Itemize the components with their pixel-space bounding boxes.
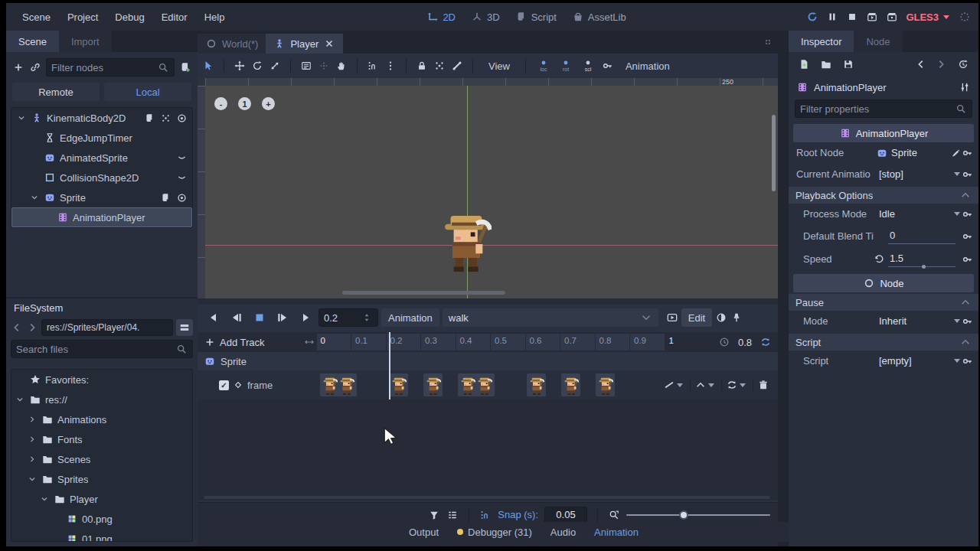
zoom-reset-button[interactable]: 1 bbox=[238, 97, 251, 110]
prop-process-mode[interactable]: Process Mode Idle bbox=[789, 204, 978, 225]
split-mode-button[interactable] bbox=[176, 319, 193, 336]
tree-item-favorites-[interactable]: Favorites: bbox=[11, 370, 192, 390]
animation-length-value[interactable]: 0.8 bbox=[738, 337, 752, 348]
tree-item-edgejumptimer[interactable]: EdgeJumpTimer bbox=[11, 128, 192, 148]
menu-debug[interactable]: Debug bbox=[106, 8, 152, 26]
script-icon[interactable] bbox=[143, 112, 155, 124]
keyframe-0[interactable] bbox=[320, 373, 339, 396]
prop-pause-mode[interactable]: Mode Inherit bbox=[789, 311, 978, 332]
viewport-hscrollbar[interactable] bbox=[342, 291, 505, 295]
zoom-in-button[interactable]: + bbox=[262, 97, 275, 110]
tree-item-collisionshape2d[interactable]: CollisionShape2D bbox=[11, 168, 192, 187]
loop-wrap-dropdown[interactable] bbox=[721, 379, 751, 391]
player-sprite[interactable] bbox=[441, 213, 492, 276]
current-path[interactable]: res://Sprites/Player/04. bbox=[41, 319, 173, 336]
timeline-empty-area[interactable] bbox=[198, 399, 778, 500]
save-resource-button[interactable] bbox=[842, 58, 854, 70]
prop-speed[interactable]: Speed 1.5 bbox=[789, 248, 978, 271]
expander-open-icon[interactable] bbox=[15, 396, 25, 403]
viewport-vscrollbar[interactable] bbox=[772, 115, 776, 191]
keyframe-0.3[interactable] bbox=[423, 373, 443, 396]
speed-field[interactable]: 1.5 bbox=[888, 251, 956, 267]
search-files-input[interactable]: Search files bbox=[11, 340, 193, 358]
pivot-tool-button[interactable] bbox=[318, 60, 330, 72]
track-group-sprite[interactable]: Sprite bbox=[198, 352, 778, 370]
prop-script[interactable]: Script [empty] bbox=[789, 350, 978, 372]
animation-tools-button[interactable]: Animation bbox=[381, 308, 439, 327]
spin-arrows-icon[interactable] bbox=[361, 311, 373, 324]
key-icon[interactable] bbox=[962, 355, 974, 367]
key-icon[interactable] bbox=[962, 168, 974, 181]
dock-menu-icon[interactable] bbox=[178, 302, 190, 314]
group-node-button[interactable] bbox=[433, 60, 446, 72]
load-resource-button[interactable] bbox=[820, 58, 832, 70]
key-icon[interactable] bbox=[962, 315, 974, 328]
move-tool-button[interactable] bbox=[234, 60, 246, 72]
keyframe-0.8[interactable] bbox=[596, 373, 615, 396]
animation-position-spinbox[interactable]: 0.2 bbox=[318, 308, 378, 327]
play-scene-button[interactable] bbox=[866, 11, 878, 23]
timeline-playhead[interactable] bbox=[389, 332, 390, 399]
keyframe-0.4[interactable] bbox=[458, 373, 477, 396]
tree-item-sprites[interactable]: Sprites bbox=[11, 469, 192, 489]
blend-time-field[interactable]: 0 bbox=[888, 228, 956, 244]
play-custom-scene-button[interactable] bbox=[886, 11, 898, 23]
expander-closed-icon[interactable] bbox=[27, 416, 38, 423]
tree-item-01-png[interactable]: 01.png bbox=[11, 529, 192, 542]
attach-script-button[interactable] bbox=[179, 61, 191, 73]
menu-help[interactable]: Help bbox=[196, 8, 234, 26]
onion-skinning-button[interactable] bbox=[715, 311, 727, 324]
snap-value-input[interactable]: 0.05 bbox=[544, 507, 587, 523]
context-3d-button[interactable]: 3D bbox=[465, 8, 506, 26]
delete-track-button[interactable] bbox=[753, 379, 773, 391]
assign-node-button[interactable] bbox=[949, 147, 962, 159]
view-menu[interactable]: View bbox=[482, 60, 516, 72]
bottom-tab-output[interactable]: Output bbox=[401, 527, 446, 538]
tree-item-fonts[interactable]: Fonts bbox=[11, 429, 192, 449]
new-resource-button[interactable] bbox=[798, 58, 810, 70]
insert-key-button[interactable] bbox=[602, 60, 614, 72]
dock-menu-icon[interactable] bbox=[185, 35, 198, 47]
section-pause[interactable]: Pause bbox=[789, 294, 978, 311]
visibility-icon[interactable] bbox=[175, 112, 188, 124]
ruler-tick-0.7[interactable]: 0.7 bbox=[560, 334, 595, 350]
history-forward-button[interactable] bbox=[935, 58, 947, 70]
expander-closed-icon[interactable] bbox=[27, 455, 38, 463]
pause-button[interactable] bbox=[826, 11, 838, 23]
scale-tool-button[interactable] bbox=[269, 60, 281, 72]
tab-inspector[interactable]: Inspector bbox=[789, 31, 854, 52]
distraction-free-button[interactable] bbox=[766, 36, 778, 48]
chevron-down-icon[interactable] bbox=[954, 172, 960, 176]
autoplay-on-load-button[interactable] bbox=[666, 311, 678, 324]
ruler-tick-0.9[interactable]: 0.9 bbox=[630, 334, 665, 350]
play-backwards-from-end-button[interactable] bbox=[227, 309, 247, 326]
key-scl-button[interactable]: scl bbox=[580, 60, 596, 72]
add-node-button[interactable] bbox=[12, 61, 24, 73]
prop-root-node[interactable]: Root Node Sprite bbox=[789, 142, 978, 164]
interpolation-mode-dropdown[interactable] bbox=[690, 379, 720, 391]
history-forward-button[interactable] bbox=[26, 321, 38, 334]
slider-knob[interactable] bbox=[679, 510, 688, 520]
expander-open-icon[interactable] bbox=[16, 114, 27, 122]
ruler-tick-0.3[interactable]: 0.3 bbox=[421, 334, 456, 350]
rotate-tool-button[interactable] bbox=[251, 60, 263, 72]
timeline-ruler[interactable]: Add Track 00.10.20.30.40.50.60.70.80.91 … bbox=[198, 332, 778, 352]
chevron-down-icon[interactable] bbox=[954, 212, 960, 216]
close-icon[interactable] bbox=[323, 37, 335, 50]
ruler-tick-0.6[interactable]: 0.6 bbox=[526, 334, 560, 350]
snap-options-button[interactable] bbox=[384, 60, 397, 72]
context-assetlib-button[interactable]: AssetLib bbox=[566, 8, 632, 26]
ruler-tick-0.1[interactable]: 0.1 bbox=[351, 334, 386, 350]
key-icon[interactable] bbox=[962, 208, 974, 220]
snap-icon[interactable] bbox=[479, 509, 492, 521]
smart-snap-button[interactable] bbox=[367, 60, 379, 72]
timeline-hscrollbar[interactable] bbox=[204, 496, 770, 499]
tree-item-player[interactable]: Player bbox=[11, 489, 192, 509]
keyframe-0.45[interactable] bbox=[475, 373, 495, 396]
edit-button[interactable]: Edit bbox=[681, 308, 712, 327]
ruler-tick-0.4[interactable]: 0.4 bbox=[456, 334, 491, 350]
keyframe-0.7[interactable] bbox=[561, 373, 580, 396]
tree-item-animations[interactable]: Animations bbox=[11, 409, 192, 429]
keyframe-0.05[interactable] bbox=[338, 373, 357, 396]
list-select-tool-button[interactable] bbox=[300, 60, 312, 72]
